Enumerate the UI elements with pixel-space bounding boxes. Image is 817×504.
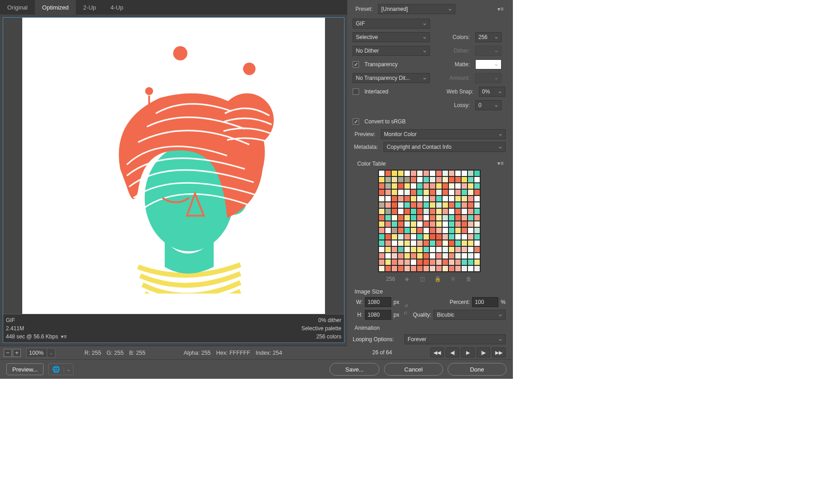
color-swatch[interactable]: [448, 253, 455, 259]
zoom-out-button[interactable]: −: [4, 349, 12, 357]
color-swatch[interactable]: [474, 234, 480, 240]
color-swatch[interactable]: [442, 202, 448, 208]
zoom-dropdown[interactable]: ⌄: [47, 348, 55, 358]
color-swatch[interactable]: [474, 208, 480, 215]
color-swatch[interactable]: [391, 196, 398, 202]
color-swatch[interactable]: [429, 176, 436, 183]
color-swatch[interactable]: [461, 196, 468, 202]
color-swatch[interactable]: [410, 221, 417, 227]
color-swatch[interactable]: [410, 215, 417, 221]
color-swatch[interactable]: [379, 170, 385, 176]
timing-menu-icon[interactable]: ▾≡: [58, 333, 67, 341]
color-swatch[interactable]: [461, 253, 468, 259]
color-swatch[interactable]: [391, 215, 398, 221]
color-swatch[interactable]: [468, 221, 474, 227]
map-transparent-icon[interactable]: ◫: [419, 275, 426, 283]
color-swatch[interactable]: [410, 189, 417, 196]
color-swatch[interactable]: [398, 259, 404, 265]
color-swatch[interactable]: [474, 246, 480, 253]
color-swatch[interactable]: [429, 170, 436, 176]
color-swatch[interactable]: [417, 240, 423, 246]
color-swatch[interactable]: [391, 246, 398, 253]
color-swatch[interactable]: [448, 208, 455, 215]
zoom-in-button[interactable]: +: [13, 349, 21, 357]
color-swatch[interactable]: [442, 215, 448, 221]
tab-original[interactable]: Original: [0, 0, 35, 15]
color-swatch[interactable]: [442, 234, 448, 240]
color-swatch[interactable]: [398, 215, 404, 221]
color-swatch[interactable]: [474, 253, 480, 259]
color-swatch[interactable]: [423, 240, 429, 246]
color-swatch[interactable]: [417, 234, 423, 240]
color-swatch[interactable]: [474, 215, 480, 221]
color-swatch[interactable]: [436, 253, 442, 259]
color-swatch[interactable]: [461, 234, 468, 240]
color-swatch[interactable]: [417, 208, 423, 215]
color-swatch[interactable]: [442, 196, 448, 202]
color-swatch[interactable]: [429, 196, 436, 202]
color-swatch[interactable]: [436, 240, 442, 246]
color-swatch[interactable]: [474, 240, 480, 246]
color-swatch[interactable]: [448, 196, 455, 202]
color-swatch[interactable]: [417, 265, 423, 272]
lock-icon[interactable]: 🔒: [434, 275, 442, 283]
color-swatch[interactable]: [398, 227, 404, 234]
color-swatch[interactable]: [417, 183, 423, 189]
color-swatch[interactable]: [436, 246, 442, 253]
color-swatch[interactable]: [474, 259, 480, 265]
color-swatch[interactable]: [474, 196, 480, 202]
color-swatch[interactable]: [404, 208, 410, 215]
color-swatch[interactable]: [398, 189, 404, 196]
color-swatch[interactable]: [474, 265, 480, 272]
color-swatch[interactable]: [404, 221, 410, 227]
color-swatch[interactable]: [455, 221, 461, 227]
colortable-menu-icon[interactable]: ▾≡: [496, 160, 506, 166]
color-swatch[interactable]: [404, 234, 410, 240]
width-input[interactable]: 1080: [365, 297, 391, 307]
color-swatch[interactable]: [455, 227, 461, 234]
color-swatch[interactable]: [385, 234, 391, 240]
color-swatch[interactable]: [398, 196, 404, 202]
color-swatch[interactable]: [410, 170, 417, 176]
color-swatch[interactable]: [379, 215, 385, 221]
tab-2up[interactable]: 2-Up: [76, 0, 103, 15]
color-swatch[interactable]: [423, 253, 429, 259]
color-swatch[interactable]: [398, 202, 404, 208]
color-swatch[interactable]: [423, 170, 429, 176]
browser-icon[interactable]: 🌐: [49, 366, 64, 373]
color-swatch[interactable]: [429, 240, 436, 246]
color-swatch[interactable]: [417, 253, 423, 259]
color-swatch[interactable]: [468, 246, 474, 253]
matte-select[interactable]: [475, 59, 502, 69]
color-swatch[interactable]: [468, 183, 474, 189]
color-swatch[interactable]: [436, 202, 442, 208]
color-swatch[interactable]: [461, 170, 468, 176]
color-swatch[interactable]: [429, 215, 436, 221]
color-swatch[interactable]: [448, 170, 455, 176]
color-swatch[interactable]: [379, 183, 385, 189]
color-swatch[interactable]: [398, 176, 404, 183]
zoom-field[interactable]: 100%: [26, 348, 47, 358]
color-swatch[interactable]: [455, 176, 461, 183]
color-swatch[interactable]: [423, 202, 429, 208]
color-swatch[interactable]: [379, 253, 385, 259]
color-swatch[interactable]: [385, 170, 391, 176]
color-swatch[interactable]: [468, 170, 474, 176]
color-swatch[interactable]: [379, 202, 385, 208]
color-swatch[interactable]: [404, 265, 410, 272]
color-swatch[interactable]: [410, 196, 417, 202]
quality-select[interactable]: Bicubic: [433, 310, 506, 320]
color-swatch[interactable]: [436, 221, 442, 227]
color-swatch[interactable]: [404, 196, 410, 202]
color-swatch[interactable]: [410, 227, 417, 234]
color-swatch[interactable]: [410, 234, 417, 240]
preview-mode-select[interactable]: Monitor Color: [381, 129, 506, 139]
color-swatch[interactable]: [398, 253, 404, 259]
color-swatch[interactable]: [417, 176, 423, 183]
color-swatch[interactable]: [391, 189, 398, 196]
color-swatch[interactable]: [448, 202, 455, 208]
color-swatch[interactable]: [379, 234, 385, 240]
color-swatch[interactable]: [417, 170, 423, 176]
new-color-icon[interactable]: ⎘: [450, 275, 457, 283]
color-swatch[interactable]: [442, 221, 448, 227]
